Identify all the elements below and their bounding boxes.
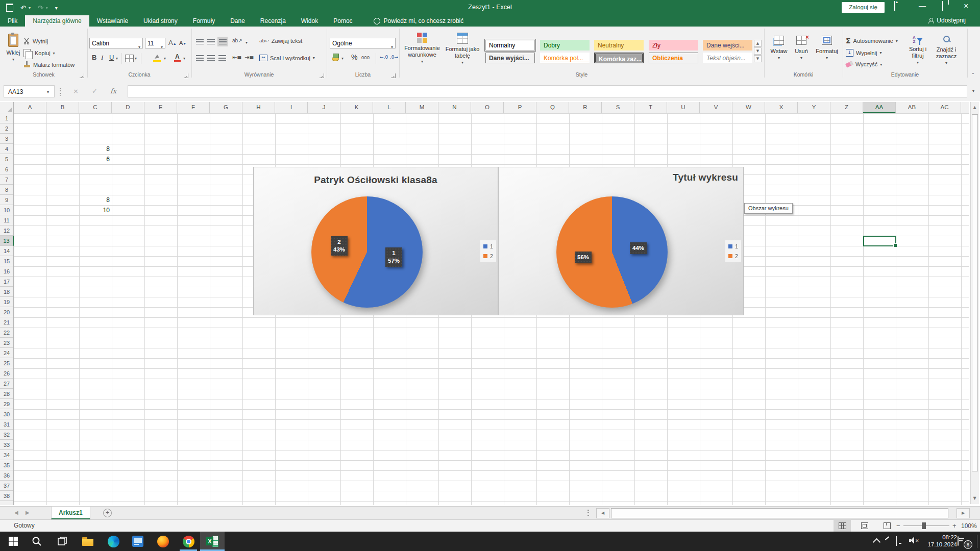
borders-icon[interactable] bbox=[125, 55, 134, 62]
row-header-35[interactable]: 35 bbox=[0, 460, 13, 470]
shrink-font-button[interactable]: A▼ bbox=[179, 40, 186, 46]
column-header-U[interactable]: U bbox=[667, 102, 700, 113]
page-layout-view-button[interactable] bbox=[856, 520, 873, 532]
column-header-J[interactable]: J bbox=[308, 102, 340, 113]
sheet-tab-arkusz1[interactable]: Arkusz1 bbox=[51, 507, 90, 519]
zoom-level[interactable]: 100% bbox=[961, 522, 977, 530]
align-right-icon[interactable] bbox=[218, 55, 226, 61]
column-header-W[interactable]: W bbox=[732, 102, 765, 113]
font-size-select[interactable]: 11 ▾ bbox=[145, 38, 165, 48]
gallery-up-icon[interactable]: ▲ bbox=[754, 40, 762, 47]
cell-style-7[interactable]: Komórka poł... bbox=[540, 53, 590, 63]
taskbar-clock[interactable]: 08:22 17.10.2024 bbox=[919, 534, 957, 548]
vertical-scroll-thumb[interactable] bbox=[972, 114, 978, 471]
network-icon[interactable] bbox=[896, 536, 897, 546]
grow-font-button[interactable]: A▲ bbox=[168, 39, 177, 46]
tab-pomoc[interactable]: Pomoc bbox=[326, 15, 360, 27]
comma-style-icon[interactable]: 000 bbox=[361, 55, 370, 60]
row-header-32[interactable]: 32 bbox=[0, 430, 13, 440]
underline-dropdown-icon[interactable]: ▾ bbox=[116, 56, 118, 61]
row-header-22[interactable]: 22 bbox=[0, 328, 13, 338]
tab-plik[interactable]: Plik bbox=[0, 15, 25, 27]
row-header-12[interactable]: 12 bbox=[0, 226, 13, 236]
align-middle-icon[interactable] bbox=[207, 39, 215, 44]
scroll-up-icon[interactable]: ▲ bbox=[971, 105, 978, 110]
insert-cells-button[interactable]: Wstaw ▾ bbox=[767, 36, 791, 61]
align-top-icon[interactable] bbox=[196, 39, 204, 44]
collapse-ribbon-icon[interactable]: ⌃ bbox=[971, 72, 975, 77]
row-header-31[interactable]: 31 bbox=[0, 419, 13, 430]
minimize-button[interactable]: — bbox=[919, 2, 926, 10]
row-header-37[interactable]: 37 bbox=[0, 481, 13, 491]
sort-filter-button[interactable]: AZ Sortuj i filtruj ▾ bbox=[904, 36, 931, 66]
format-cells-button[interactable]: Formatuj ▾ bbox=[812, 36, 842, 61]
cancel-icon[interactable]: × bbox=[73, 87, 79, 95]
row-header-7[interactable]: 7 bbox=[0, 174, 13, 185]
align-bottom-icon-selected[interactable] bbox=[217, 37, 228, 46]
column-header-Z[interactable]: Z bbox=[830, 102, 863, 113]
row-header-38[interactable]: 38 bbox=[0, 491, 13, 501]
edge-button[interactable] bbox=[107, 535, 119, 547]
number-format-select[interactable]: Ogólne ▾ bbox=[330, 38, 396, 48]
cell-C9[interactable]: 8 bbox=[79, 195, 110, 205]
zoom-in-icon[interactable]: + bbox=[952, 522, 957, 530]
select-all-corner[interactable] bbox=[0, 102, 14, 113]
restore-button[interactable] bbox=[942, 1, 943, 11]
cell-style-2[interactable]: Dobry bbox=[540, 40, 590, 51]
chart-legend[interactable]: 12 bbox=[480, 240, 496, 262]
page-break-view-button[interactable] bbox=[878, 520, 896, 532]
increase-decimal-icon[interactable]: ←.0 bbox=[380, 55, 388, 60]
share-button[interactable]: Udostępnij bbox=[928, 17, 966, 24]
cell-style-6[interactable]: Dane wyjści... bbox=[485, 53, 535, 63]
font-dialog-launcher[interactable] bbox=[184, 73, 188, 78]
font-color-dropdown-icon[interactable]: ▾ bbox=[183, 56, 185, 61]
row-header-21[interactable]: 21 bbox=[0, 317, 13, 328]
row-header-29[interactable]: 29 bbox=[0, 399, 13, 409]
column-header-AB[interactable]: AB bbox=[896, 102, 928, 113]
cell-C5[interactable]: 6 bbox=[79, 154, 110, 164]
row-header-33[interactable]: 33 bbox=[0, 440, 13, 450]
prev-sheet-icon[interactable]: ◀ bbox=[14, 510, 18, 515]
decrease-decimal-icon[interactable]: .0→ bbox=[390, 55, 398, 60]
clear-button[interactable]: Wyczyść ▾ bbox=[846, 61, 882, 67]
cell-style-9[interactable]: Obliczenia bbox=[649, 53, 698, 63]
cell-C4[interactable]: 8 bbox=[79, 144, 110, 154]
row-header-25[interactable]: 25 bbox=[0, 358, 13, 368]
column-header-R[interactable]: R bbox=[569, 102, 602, 113]
column-header-X[interactable]: X bbox=[765, 102, 798, 113]
merge-center-button[interactable]: ↔ Scal i wyśrodkuj ▾ bbox=[259, 55, 315, 61]
row-header-14[interactable]: 14 bbox=[0, 246, 13, 256]
column-header-V[interactable]: V bbox=[700, 102, 732, 113]
fill-handle[interactable] bbox=[893, 243, 897, 247]
find-select-button[interactable]: Znajdź i zaznacz ▾ bbox=[932, 36, 961, 66]
borders-dropdown-icon[interactable]: ▾ bbox=[135, 56, 137, 61]
row-header-16[interactable]: 16 bbox=[0, 266, 13, 277]
number-dialog-launcher[interactable] bbox=[391, 73, 396, 78]
row-header-6[interactable]: 6 bbox=[0, 164, 13, 174]
row-header-3[interactable]: 3 bbox=[0, 134, 13, 144]
row-header-30[interactable]: 30 bbox=[0, 409, 13, 419]
column-header-B[interactable]: B bbox=[46, 102, 79, 113]
tell-me-box[interactable]: Powiedz mi, co chcesz zrobić bbox=[374, 15, 464, 27]
pie-chart-1[interactable]: Patryk Ościłowski klasa8a1 57%2 43%12 bbox=[253, 167, 498, 315]
cut-button[interactable]: Wytnij bbox=[23, 38, 48, 44]
column-header-D[interactable]: D bbox=[112, 102, 144, 113]
row-header-11[interactable]: 11 bbox=[0, 215, 13, 226]
zoom-slider-track[interactable] bbox=[903, 525, 949, 526]
row-header-19[interactable]: 19 bbox=[0, 297, 13, 307]
excel-taskbar-button[interactable]: X bbox=[200, 532, 225, 551]
vertical-scrollbar[interactable]: ▲ ▼ bbox=[970, 102, 979, 504]
formula-bar-splitter[interactable] bbox=[60, 88, 61, 96]
orientation-dropdown-icon[interactable]: ▾ bbox=[246, 40, 248, 45]
expand-formula-bar-icon[interactable]: ▾ bbox=[972, 89, 974, 93]
column-header-AC[interactable]: AC bbox=[928, 102, 961, 113]
alignment-dialog-launcher[interactable] bbox=[320, 73, 324, 78]
font-color-icon[interactable]: A bbox=[174, 53, 181, 62]
row-header-26[interactable]: 26 bbox=[0, 368, 13, 379]
cell-style-5[interactable]: Dane wejści... bbox=[703, 40, 752, 51]
insert-function-icon[interactable]: fx bbox=[110, 87, 116, 95]
tab-narzędzia-główne[interactable]: Narzędzia główne bbox=[25, 15, 89, 27]
tab-scroll-splitter[interactable] bbox=[587, 510, 589, 517]
show-desktop-divider[interactable] bbox=[977, 535, 977, 548]
gallery-down-icon[interactable]: ▼ bbox=[754, 47, 762, 55]
